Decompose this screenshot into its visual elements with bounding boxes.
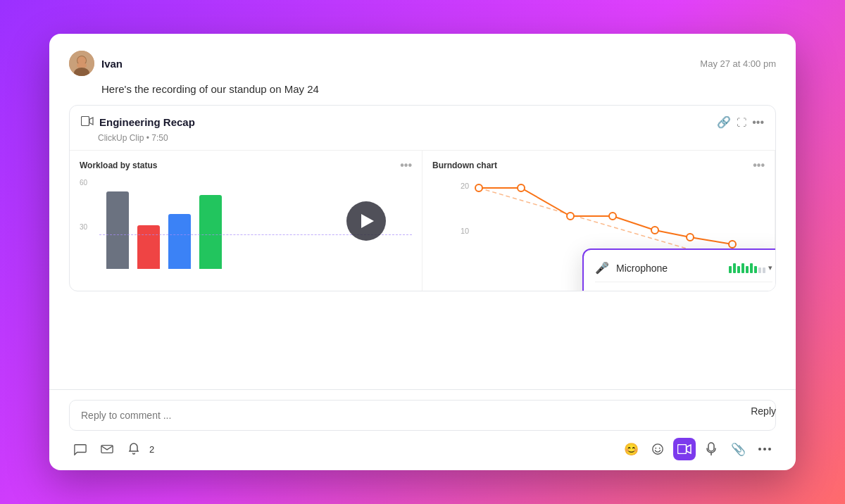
video-record-button[interactable] [673, 438, 696, 460]
bar-chart-more[interactable]: ••• [400, 159, 412, 172]
svg-point-12 [609, 213, 616, 220]
notification-count: 2 [149, 444, 154, 455]
svg-rect-20 [678, 445, 687, 454]
svg-point-19 [659, 448, 661, 449]
microphone-row: 🎤 Microphone [595, 261, 772, 275]
svg-rect-5 [82, 116, 89, 125]
mic-button[interactable] [700, 438, 722, 460]
clip-icon [81, 116, 94, 129]
message-area: Ivan May 27 at 4:00 pm Here's the record… [49, 34, 796, 389]
svg-point-24 [763, 448, 766, 451]
expand-icon[interactable]: ⛶ [737, 117, 746, 128]
svg-point-13 [651, 227, 658, 234]
svg-rect-21 [708, 443, 714, 451]
svg-text:10: 10 [461, 227, 469, 235]
svg-point-15 [729, 241, 736, 248]
mic-bar-2 [733, 263, 736, 273]
more-options-button[interactable] [753, 438, 776, 460]
mic-bar-3 [737, 266, 740, 273]
svg-text:20: 20 [461, 182, 469, 190]
mic-bar-7 [754, 266, 757, 273]
attachment-button[interactable]: 📎 [727, 438, 749, 460]
reply-input-wrapper[interactable] [69, 400, 776, 431]
author-name: Ivan [101, 58, 123, 70]
mic-bar-8 [758, 267, 761, 273]
mic-bar-9 [763, 267, 765, 273]
bar-gray [106, 191, 129, 269]
svg-point-17 [653, 444, 663, 454]
chat-icon-btn[interactable] [69, 438, 92, 460]
mic-bar-6 [750, 263, 753, 273]
mic-bar-4 [741, 263, 744, 273]
svg-rect-4 [77, 63, 87, 68]
bar-green [199, 195, 222, 269]
share-screen-label: Share Screen [616, 290, 708, 291]
share-screen-value: 1440×900px ▾ [715, 291, 772, 292]
email-icon-btn[interactable] [96, 438, 118, 460]
clip-actions: 🔗 ⛶ ••• [717, 115, 764, 129]
clip-title-row: Engineering Recap [81, 116, 195, 129]
reply-button[interactable]: Reply [751, 405, 776, 417]
clip-header: Engineering Recap 🔗 ⛶ ••• [70, 106, 775, 132]
bottom-area: Reply [49, 389, 796, 470]
microphone-value: ▾ [729, 263, 772, 273]
recording-popup: 🎤 Microphone [582, 248, 776, 291]
bar-chart-title: Workload by status ••• [80, 159, 412, 172]
svg-point-25 [768, 448, 771, 451]
svg-point-11 [567, 213, 574, 220]
burndown-chart-title: Burndown chart ••• [432, 159, 765, 172]
svg-rect-16 [101, 446, 113, 453]
svg-point-18 [655, 448, 656, 449]
svg-point-9 [475, 184, 482, 191]
burndown-chart-more[interactable]: ••• [753, 159, 765, 172]
microphone-label: Microphone [616, 263, 722, 274]
bar-blue [168, 214, 191, 269]
mic-bar-5 [746, 266, 749, 273]
message-text: Here's the recording of our standup on M… [101, 83, 776, 95]
play-button[interactable] [346, 201, 386, 241]
screen-icon: 🖥 [595, 289, 609, 291]
avatar [69, 51, 94, 76]
bar-red [137, 225, 160, 269]
microphone-chevron[interactable]: ▾ [768, 263, 772, 272]
reply-input[interactable] [81, 410, 764, 421]
app-window: Ivan May 27 at 4:00 pm Here's the record… [49, 34, 796, 470]
mic-bars [729, 263, 765, 273]
notification-icon-btn[interactable] [123, 438, 145, 460]
toolbar-left: 2 [69, 438, 154, 460]
clip-meta: ClickUp Clip • 7:50 [70, 132, 775, 150]
mic-bar-1 [729, 266, 732, 273]
message-timestamp: May 27 at 4:00 pm [700, 58, 776, 69]
play-triangle-icon [361, 214, 374, 228]
svg-point-23 [758, 448, 761, 451]
svg-point-10 [518, 184, 525, 191]
svg-point-14 [687, 234, 694, 241]
share-screen-row: 🖥 Share Screen 1440×900px ▾ [595, 289, 772, 291]
more-icon[interactable]: ••• [752, 116, 764, 129]
link-icon[interactable]: 🔗 [717, 115, 731, 129]
message-author: Ivan [69, 51, 123, 76]
emoji-button[interactable]: 😊 [620, 438, 642, 460]
popup-divider-1 [595, 282, 772, 282]
toolbar-row: 2 😊 [69, 438, 776, 460]
toolbar-right: 😊 [620, 438, 776, 460]
microphone-icon: 🎤 [595, 261, 609, 275]
clip-card: Engineering Recap 🔗 ⛶ ••• ClickUp Clip •… [69, 105, 776, 291]
clip-title: Engineering Recap [99, 116, 195, 128]
message-header: Ivan May 27 at 4:00 pm [69, 51, 776, 76]
share-screen-chevron[interactable]: ▾ [768, 291, 772, 292]
y-axis-labels: 60 30 [80, 177, 87, 269]
charts-area: Workload by status ••• 60 30 [70, 150, 775, 291]
reaction-button[interactable] [646, 438, 669, 460]
